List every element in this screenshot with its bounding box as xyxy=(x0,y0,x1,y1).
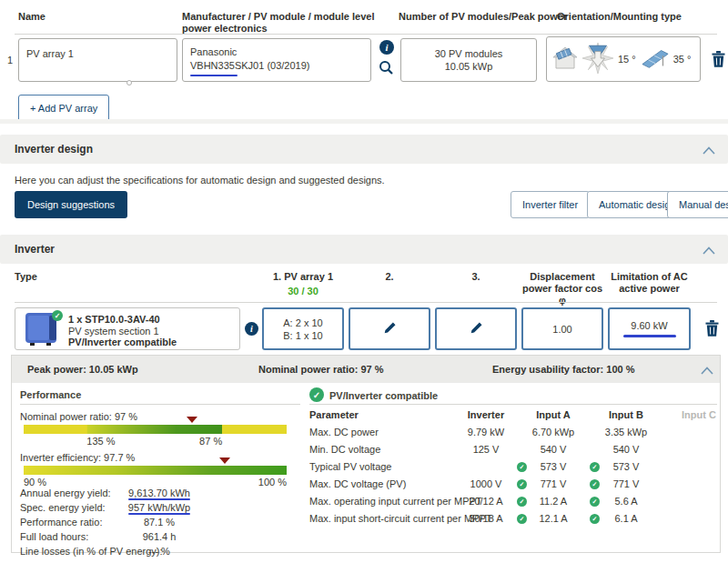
inverter-design-description: Here you can adjust the specifications f… xyxy=(15,175,385,186)
compat-row: Max. input short-circuit current per MPP… xyxy=(309,511,724,528)
compatibility-title: PV/Inverter compatible xyxy=(329,390,438,401)
check-icon: ✓ xyxy=(590,497,600,507)
compat-row: Max. DC power 9.79 kW ✓ 6.70 kWp ✓ 3.35 … xyxy=(309,425,724,442)
pencil-icon xyxy=(383,321,397,337)
inverter-efficiency-gauge: 90 % 100 % xyxy=(24,466,287,475)
add-pv-array-button[interactable]: + Add PV array xyxy=(18,95,109,122)
check-icon: ✓ xyxy=(590,462,600,472)
metric-row: Annual energy yield: 9,613.70 kWh xyxy=(20,488,293,502)
inverter-filter-button[interactable]: Inverter filter xyxy=(511,191,590,218)
compat-input-a-value: 771 V xyxy=(528,478,579,489)
col-header-manufacturer: Manufacturer / PV module / module level … xyxy=(182,11,396,35)
compatibility-table: Max. DC power 9.79 kW ✓ 6.70 kWp ✓ 3.35 … xyxy=(309,425,724,528)
inverter-design-header: Inverter design xyxy=(0,135,728,164)
metric-row: Line losses (in % of PV energy): --- % xyxy=(20,546,293,560)
performance-metrics: Annual energy yield: 9,613.70 kWh Spec. … xyxy=(20,488,293,560)
summary-peak-power: Peak power: 10.05 kWp xyxy=(27,364,138,375)
string-config-cell[interactable]: A: 2 x 10 B: 1 x 10 xyxy=(262,307,344,350)
resize-handle[interactable] xyxy=(126,80,132,85)
metric-label: Spec. energy yield: xyxy=(20,502,106,513)
compat-input-b-value: 6.1 A xyxy=(601,513,652,524)
performance-divider xyxy=(20,404,300,405)
pv-array-name-input[interactable]: PV array 1 xyxy=(18,38,177,82)
metric-row: Performance ratio: 87.1 % xyxy=(20,517,293,531)
nominal-power-ratio-gauge: 135 % 87 % xyxy=(24,425,287,434)
col-header-2: 2. xyxy=(349,271,430,282)
inverter-section-label: PV system section 1 xyxy=(68,326,159,337)
compat-inverter-value: 20/12 A xyxy=(450,496,522,507)
design-suggestions-button[interactable]: Design suggestions xyxy=(15,191,127,218)
metric-value: --- % xyxy=(105,546,214,557)
compat-input-b-value: 3.35 kWp xyxy=(601,427,652,437)
col-header-type: Type xyxy=(15,271,37,282)
azimuth-compass-icon xyxy=(581,42,614,76)
col-header-array1: 1. PV array 1 xyxy=(262,271,344,282)
col-header-ac-limit: Limitation of AC active power xyxy=(608,271,691,295)
compat-input-a-value: 573 V xyxy=(528,461,579,472)
compat-header-input-b: Input B xyxy=(601,409,652,420)
manufacturer-text: Panasonic xyxy=(190,46,237,57)
header-divider xyxy=(15,34,717,35)
check-icon: ✓ xyxy=(517,479,527,489)
cos-phi-cell[interactable]: 1.00 xyxy=(521,307,603,350)
house-icon xyxy=(551,45,579,73)
compat-input-b-value: 540 V xyxy=(601,444,652,455)
compat-header-parameter: Parameter xyxy=(309,409,359,420)
inverter-title: Inverter xyxy=(15,243,55,256)
string-b: B: 1 x 10 xyxy=(283,330,322,341)
ac-limit-cell[interactable]: 9.60 kW xyxy=(608,307,691,350)
ac-limit-value: 9.60 kW xyxy=(631,320,667,331)
compat-input-a-value: 12.1 A xyxy=(528,513,579,524)
check-icon: ✓ xyxy=(517,514,527,524)
summary-nominal-ratio: Nominal power ratio: 97 % xyxy=(258,364,384,375)
pv-design-page: Name Manufacturer / PV module / module l… xyxy=(0,0,728,563)
delete-inverter-icon[interactable] xyxy=(705,320,719,338)
modules-count: 30 PV modules xyxy=(435,48,503,59)
metric-label: Performance ratio: xyxy=(20,517,102,528)
compat-inverter-value: 125 V xyxy=(450,444,522,455)
compat-input-a-value: 6.70 kWp xyxy=(528,427,579,437)
col-header-3: 3. xyxy=(435,271,517,282)
gauge1-tick-right: 87 % xyxy=(199,436,222,447)
check-icon: ✓ xyxy=(517,462,527,472)
edit-array3-cell[interactable] xyxy=(435,307,517,350)
metric-value: 87.1 % xyxy=(105,517,214,528)
collapse-chevron-icon[interactable] xyxy=(701,366,713,377)
col-header-modules: Number of PV modules/Peak power xyxy=(399,11,567,22)
gauge1-tick-left: 135 % xyxy=(86,436,115,447)
metric-value: 9,613.70 kWh xyxy=(105,488,214,498)
inverter-type-cell[interactable]: ✓ 1 x STP10.0-3AV-40 PV system section 1… xyxy=(15,307,240,350)
edit-array2-cell[interactable] xyxy=(349,307,430,350)
magnifier-icon[interactable] xyxy=(379,60,394,77)
compat-parameter: Max. DC voltage (PV) xyxy=(309,478,406,489)
azimuth-value: 15 ° xyxy=(618,54,636,65)
summary-bar: Peak power: 10.05 kWp Nominal power rati… xyxy=(12,356,720,383)
compat-inverter-value: 9.79 kW xyxy=(450,427,522,437)
compat-input-b-value: 5.6 A xyxy=(601,496,652,507)
pv-module-field[interactable]: Panasonic VBHN335SKJ01 (03/2019) xyxy=(182,38,371,82)
col-header-name: Name xyxy=(18,11,46,22)
check-icon: ✓ xyxy=(309,387,324,402)
manual-design-button[interactable]: Manual design xyxy=(667,191,728,218)
pencil-icon xyxy=(470,321,483,337)
modules-peak-power-field[interactable]: 30 PV modules 10.05 kWp xyxy=(400,38,537,82)
compat-parameter: Min. DC voltage xyxy=(309,444,380,455)
orientation-field[interactable]: 15 ° 35 ° xyxy=(546,36,701,82)
compat-input-b-value: 771 V xyxy=(601,478,652,489)
tilt-value: 35 ° xyxy=(673,54,692,65)
compat-header-input-c: Input C xyxy=(673,409,724,420)
delete-pv-array-icon[interactable] xyxy=(712,51,725,69)
tilted-panel-icon xyxy=(641,47,670,71)
compat-row: Typical PV voltage ✓ 573 V ✓ 573 V xyxy=(309,459,724,477)
info-icon[interactable]: i xyxy=(379,40,394,55)
compat-header-inverter: Inverter xyxy=(450,409,522,420)
module-spellcheck-underline xyxy=(190,75,238,76)
compat-row: Max. DC voltage (PV) 1000 V ✓ 771 V ✓ 77… xyxy=(309,477,724,494)
collapse-chevron-icon[interactable] xyxy=(703,146,715,156)
peak-power: 10.05 kWp xyxy=(445,61,493,72)
collapse-chevron-icon[interactable] xyxy=(703,246,715,256)
metric-value: 961.4 h xyxy=(105,531,214,542)
gauge-marker-icon xyxy=(187,417,197,423)
info-icon[interactable]: i xyxy=(245,322,258,336)
inverter-header: Inverter xyxy=(0,235,728,264)
